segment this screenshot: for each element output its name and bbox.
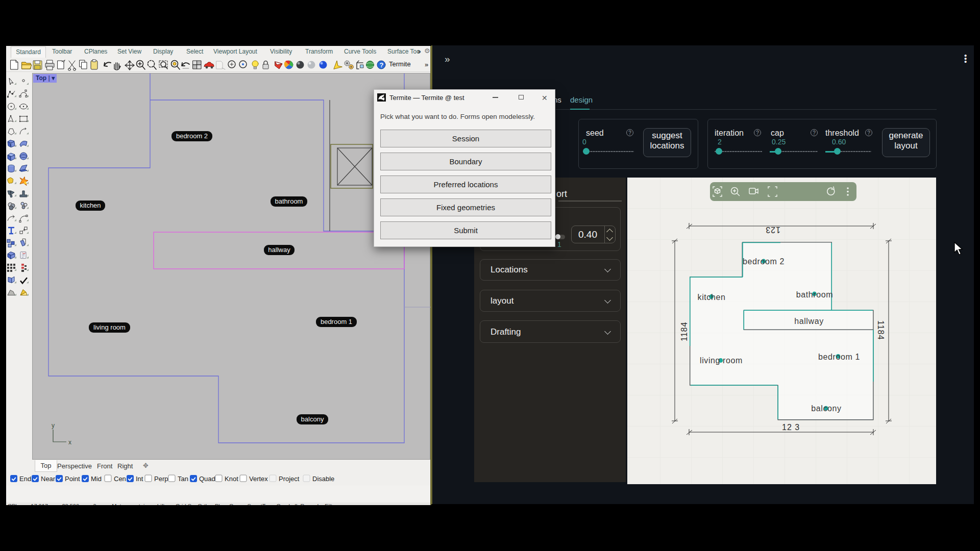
svg-text:Quad: Quad: [199, 475, 215, 483]
svg-text:1184: 1184: [680, 322, 689, 341]
svg-text:Perp: Perp: [154, 475, 168, 483]
svg-text:balcony: balcony: [811, 404, 841, 413]
svg-text:?: ?: [380, 61, 384, 69]
svg-text:Project: Project: [279, 475, 300, 483]
svg-text:»: »: [425, 61, 428, 68]
svg-text:bedroom 2: bedroom 2: [743, 257, 785, 266]
svg-text:1184: 1184: [876, 320, 885, 340]
svg-text:hallway: hallway: [794, 317, 824, 325]
svg-text:x: x: [68, 439, 71, 446]
svg-text:bathroom: bathroom: [796, 290, 833, 299]
svg-text:Vertex: Vertex: [249, 475, 268, 483]
svg-text:Disable: Disable: [312, 475, 334, 483]
svg-text:Cen: Cen: [114, 475, 126, 483]
svg-text:kitchen: kitchen: [698, 293, 726, 302]
svg-text:12 3: 12 3: [782, 423, 800, 432]
svg-text:Mid: Mid: [91, 475, 102, 483]
svg-text:bedroom 1: bedroom 1: [818, 353, 860, 361]
svg-text:y: y: [52, 422, 55, 429]
svg-text:Point: Point: [65, 475, 80, 483]
svg-text:Knot: Knot: [225, 475, 238, 483]
svg-text:Termite: Termite: [389, 60, 411, 68]
svg-text:End: End: [19, 475, 31, 483]
svg-text:Near: Near: [41, 475, 56, 483]
svg-text:Tan: Tan: [178, 475, 188, 483]
svg-text:Int: Int: [136, 475, 143, 483]
svg-text:living room: living room: [700, 356, 743, 365]
svg-text:123: 123: [765, 226, 780, 234]
